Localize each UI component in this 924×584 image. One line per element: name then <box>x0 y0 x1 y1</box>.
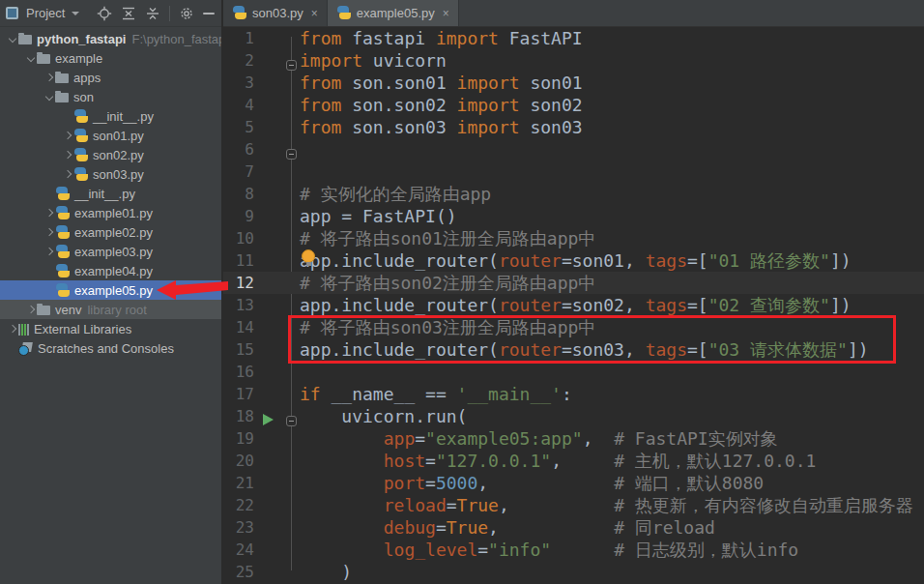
tree-row[interactable]: son02.py <box>0 145 221 164</box>
line-number[interactable]: 15 <box>223 338 254 361</box>
chevron-right-icon[interactable] <box>61 168 73 181</box>
line-number[interactable]: 10 <box>223 227 254 249</box>
tree-row[interactable]: __init__.py <box>0 184 221 203</box>
collapse-all-icon[interactable] <box>145 6 160 21</box>
line-number[interactable]: 22 <box>223 494 254 516</box>
code-line[interactable]: 15app.include_router(router=son03, tags=… <box>223 338 924 361</box>
line-number[interactable]: 19 <box>223 427 254 450</box>
tree-row[interactable]: example01.py <box>0 203 221 222</box>
code-line[interactable]: 12# 将子路由son02注册全局路由app中 <box>223 272 924 294</box>
code-line[interactable]: 2import uvicorn <box>223 49 924 72</box>
line-number[interactable]: 5 <box>223 116 254 138</box>
settings-gear-icon[interactable] <box>179 6 194 21</box>
line-number[interactable]: 2 <box>223 49 254 72</box>
line-number[interactable]: 4 <box>223 94 254 116</box>
line-number[interactable]: 18 <box>223 405 254 427</box>
tree-row[interactable]: son <box>0 87 221 106</box>
code-line[interactable]: 9app = FastAPI() <box>223 205 924 227</box>
chevron-right-icon[interactable] <box>61 149 73 161</box>
code-line[interactable]: 21 port=5000, # 端口，默认8080 <box>223 472 924 494</box>
line-number[interactable]: 20 <box>223 450 254 472</box>
project-view-title[interactable]: Project <box>26 6 65 20</box>
line-number[interactable]: 13 <box>223 294 254 316</box>
code-line[interactable]: 6 <box>223 138 924 161</box>
chevron-right-icon[interactable] <box>43 246 55 258</box>
chevron-down-icon[interactable] <box>72 12 79 15</box>
tree-row[interactable]: Scratches and Consoles <box>0 338 221 358</box>
chevron-down-icon[interactable] <box>24 52 37 65</box>
hide-panel-icon[interactable] <box>203 13 215 15</box>
close-tab-icon[interactable]: × <box>443 7 449 20</box>
fold-marker-line5[interactable] <box>286 149 297 160</box>
token <box>300 495 384 515</box>
code-line[interactable]: 18 uvicorn.run( <box>223 405 924 427</box>
tree-row[interactable]: son03.py <box>0 164 221 184</box>
tree-row[interactable]: venvlibrary root <box>0 300 221 319</box>
line-number[interactable]: 21 <box>223 472 254 494</box>
chevron-right-icon[interactable] <box>24 304 37 316</box>
code-line[interactable]: 19 app="example05:app", # FastAPI实例对象 <box>223 427 924 450</box>
tree-row[interactable]: __init__.py <box>0 106 221 126</box>
line-number[interactable]: 24 <box>223 539 254 561</box>
tree-row[interactable]: example04.py <box>0 261 221 280</box>
code-line[interactable]: 23 debug=True, # 同reload <box>223 516 924 539</box>
tree-row[interactable]: son01.py <box>0 126 221 145</box>
code-line[interactable]: 11app.include_router(router=son01, tags=… <box>223 249 924 272</box>
expand-all-icon[interactable] <box>121 6 136 21</box>
code-line[interactable]: 17if __name__ == '__main__': <box>223 383 924 405</box>
tree-row[interactable]: example02.py <box>0 222 221 242</box>
token: app.include_router( <box>300 295 499 315</box>
chevron-down-icon[interactable] <box>43 91 55 103</box>
fold-marker-line1[interactable] <box>286 60 297 71</box>
code-line[interactable]: 25 ) <box>223 561 924 583</box>
code-line[interactable]: 4from son.son02 import son02 <box>223 94 924 116</box>
line-number[interactable]: 7 <box>223 161 254 183</box>
chevron-right-icon[interactable] <box>6 323 18 336</box>
tree-row[interactable]: apps <box>0 68 221 87</box>
code-line[interactable]: 22 reload=True, # 热更新，有内容修改自动重启服务器 <box>223 494 924 516</box>
line-number[interactable]: 23 <box>223 516 254 539</box>
line-number[interactable]: 17 <box>223 383 254 405</box>
chevron-down-icon[interactable] <box>6 33 18 45</box>
editor-tab[interactable]: example05.py× <box>328 0 459 26</box>
code-line[interactable]: 16 <box>223 361 924 383</box>
tree-row[interactable]: External Libraries <box>0 319 221 338</box>
editor-tab[interactable]: son03.py× <box>223 0 328 26</box>
run-icon[interactable] <box>263 414 274 425</box>
line-number[interactable]: 3 <box>223 72 254 94</box>
python-icon <box>73 148 88 162</box>
code-line[interactable]: 5from son.son03 import son03 <box>223 116 924 138</box>
tree-row[interactable]: example05.py <box>0 280 221 300</box>
token: tags <box>646 250 687 271</box>
code-line[interactable]: 24 log_level="info" # 日志级别，默认info <box>223 539 924 561</box>
locate-file-icon[interactable] <box>97 6 112 21</box>
code-line[interactable]: 20 host="127.0.0.1", # 主机，默认127.0.0.1 <box>223 450 924 472</box>
close-tab-icon[interactable]: × <box>311 7 318 20</box>
fold-marker-line17[interactable] <box>286 416 297 426</box>
code-area[interactable]: 1from fastapi import FastAPI2import uvic… <box>223 27 924 584</box>
intention-bulb-icon[interactable] <box>302 249 315 263</box>
line-number[interactable]: 12 <box>223 272 254 294</box>
code-line[interactable]: 8# 实例化的全局路由app <box>223 183 924 205</box>
code-line[interactable]: 3from son.son01 import son01 <box>223 72 924 94</box>
line-number[interactable]: 9 <box>223 205 254 227</box>
line-number[interactable]: 1 <box>223 27 254 49</box>
tree-row[interactable]: example03.py <box>0 242 221 261</box>
chevron-right-icon[interactable] <box>43 226 55 239</box>
tree-row[interactable]: example <box>0 48 221 68</box>
line-number[interactable]: 16 <box>223 361 254 383</box>
chevron-right-icon[interactable] <box>43 72 55 84</box>
code-line[interactable]: 13app.include_router(router=son02, tags=… <box>223 294 924 316</box>
line-number[interactable]: 14 <box>223 316 254 338</box>
line-number[interactable]: 6 <box>223 138 254 161</box>
line-number[interactable]: 25 <box>223 561 254 583</box>
chevron-right-icon[interactable] <box>61 130 73 142</box>
line-number[interactable]: 8 <box>223 183 254 205</box>
code-line[interactable]: 14# 将子路由son03注册全局路由app中 <box>223 316 924 338</box>
tree-row[interactable]: python_fastapiF:\python_fastapi <box>0 29 221 48</box>
chevron-right-icon[interactable] <box>43 207 55 219</box>
code-line[interactable]: 7 <box>223 161 924 183</box>
code-line[interactable]: 10# 将子路由son01注册全局路由app中 <box>223 227 924 249</box>
code-line[interactable]: 1from fastapi import FastAPI <box>223 27 924 49</box>
line-number[interactable]: 11 <box>223 249 254 272</box>
